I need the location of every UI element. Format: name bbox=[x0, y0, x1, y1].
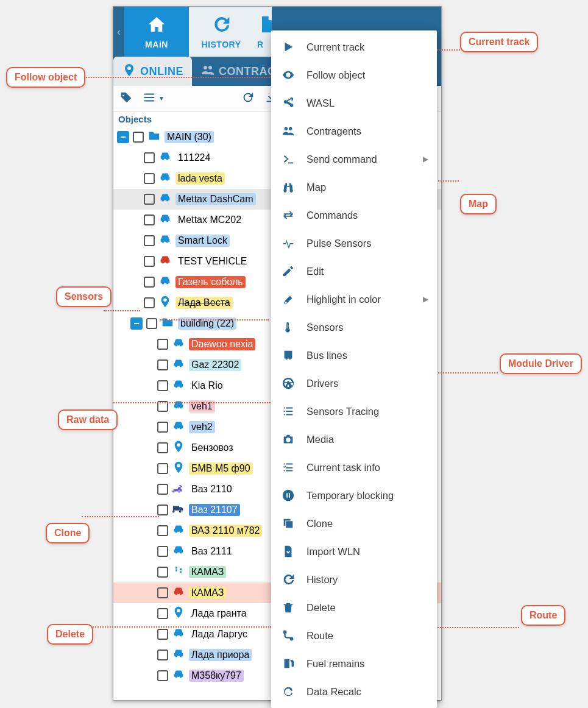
nav-tab-history[interactable]: HISTORY bbox=[189, 7, 253, 57]
ctx-item-map[interactable]: Map bbox=[271, 173, 437, 201]
ctx-item-drivers[interactable]: Drivers bbox=[271, 369, 437, 397]
vehicle-icon bbox=[172, 585, 185, 601]
ctx-item-delete[interactable]: Delete bbox=[271, 593, 437, 621]
route-icon bbox=[281, 629, 296, 642]
vehicle-icon bbox=[172, 357, 185, 373]
list-icon bbox=[281, 405, 296, 418]
callout-sensors: Sensors bbox=[56, 286, 112, 307]
ctx-item-data-recalc[interactable]: Data Recalc bbox=[271, 678, 437, 706]
checkbox[interactable] bbox=[157, 629, 168, 640]
checkbox[interactable] bbox=[157, 380, 168, 391]
checkbox[interactable] bbox=[157, 463, 168, 474]
ctx-item-history[interactable]: History bbox=[271, 565, 437, 593]
checkbox[interactable] bbox=[157, 546, 168, 557]
callout-module-driver: Module Driver bbox=[500, 353, 582, 374]
checkbox[interactable] bbox=[157, 567, 168, 578]
ctx-item-follow-object[interactable]: Follow object bbox=[271, 61, 437, 89]
ctx-item-bus-lines[interactable]: Bus lines bbox=[271, 341, 437, 369]
ctx-item-temporary-blocking[interactable]: Temporary blocking bbox=[271, 481, 437, 509]
checkbox[interactable] bbox=[157, 608, 168, 619]
checkbox[interactable] bbox=[144, 194, 155, 205]
tags-icon[interactable] bbox=[119, 91, 133, 107]
ctx-item-label: Map bbox=[306, 182, 326, 193]
ctx-item-highlight-in-color[interactable]: Highlight in color▶ bbox=[271, 285, 437, 313]
checkbox[interactable] bbox=[144, 277, 155, 288]
tree-item-label: Газель соболь bbox=[175, 276, 246, 288]
thermometer-icon bbox=[281, 320, 296, 334]
checkbox[interactable] bbox=[157, 670, 168, 681]
checkbox[interactable] bbox=[144, 297, 155, 308]
tasks-icon bbox=[281, 461, 296, 474]
vehicle-icon bbox=[172, 461, 185, 476]
ctx-item-sensors-tracing[interactable]: Sensors Tracing bbox=[271, 397, 437, 425]
back-chevron-icon[interactable]: ‹ bbox=[113, 7, 124, 57]
tree-item-label: Kia Rio bbox=[189, 380, 225, 392]
checkbox[interactable] bbox=[144, 152, 155, 163]
wheel-icon bbox=[281, 377, 296, 390]
vehicle-icon bbox=[158, 233, 172, 249]
ctx-item-import-wln[interactable]: Import WLN bbox=[271, 537, 437, 565]
ctx-item-sensors[interactable]: Sensors bbox=[271, 313, 437, 341]
checkbox[interactable] bbox=[157, 339, 168, 350]
checkbox[interactable] bbox=[144, 235, 155, 246]
checkbox[interactable] bbox=[157, 525, 168, 536]
ctx-item-send-command[interactable]: Send command▶ bbox=[271, 145, 437, 173]
checkbox[interactable] bbox=[144, 173, 155, 184]
checkbox[interactable] bbox=[157, 359, 168, 370]
ctx-item-label: Follow object bbox=[306, 69, 365, 81]
ctx-item-label: Pulse Sensors bbox=[306, 238, 371, 249]
subtab-online[interactable]: ONLINE bbox=[113, 57, 192, 86]
ctx-item-label: Temporary blocking bbox=[306, 490, 394, 501]
checkbox[interactable] bbox=[157, 422, 168, 433]
vehicle-icon bbox=[158, 150, 172, 166]
callout-follow-object: Follow object bbox=[6, 67, 85, 88]
refresh-icon[interactable] bbox=[241, 91, 255, 107]
checkbox[interactable] bbox=[157, 650, 168, 660]
ctx-item-label: Import WLN bbox=[306, 546, 360, 558]
folder-icon bbox=[147, 129, 161, 145]
ctx-item-clone[interactable]: Clone bbox=[271, 509, 437, 537]
ctx-item-label: Route bbox=[306, 630, 333, 642]
vehicle-icon bbox=[172, 336, 185, 352]
tree-item-label: Ваз 2110 bbox=[189, 483, 235, 495]
checkbox[interactable] bbox=[157, 587, 168, 598]
tree-item-label: Mettax DashCam bbox=[175, 193, 256, 205]
ctx-item-contragents[interactable]: Contragents bbox=[271, 117, 437, 145]
checkbox[interactable] bbox=[157, 442, 168, 453]
collapse-icon[interactable]: − bbox=[130, 317, 143, 330]
nav-tab-main[interactable]: MAIN bbox=[124, 7, 189, 57]
vehicle-icon bbox=[158, 274, 172, 290]
checkbox[interactable] bbox=[146, 318, 157, 329]
menu-icon[interactable] bbox=[143, 91, 156, 107]
checkbox[interactable] bbox=[157, 504, 168, 515]
checkbox[interactable] bbox=[144, 214, 155, 225]
subtab-online-label: ONLINE bbox=[140, 65, 183, 78]
tree-item-label: БМВ М5 ф90 bbox=[189, 462, 253, 475]
vehicle-icon bbox=[158, 212, 172, 228]
tree-item-label: TEST VEHICLE bbox=[175, 255, 250, 267]
tree-item-label: Gaz 22302 bbox=[189, 359, 241, 371]
ctx-item-wasl[interactable]: WASL bbox=[271, 89, 437, 117]
vehicle-icon bbox=[158, 191, 172, 207]
context-menu: Current trackFollow objectWASLContragent… bbox=[271, 30, 437, 708]
ctx-item-pulse-sensors[interactable]: Pulse Sensors bbox=[271, 229, 437, 257]
checkbox[interactable] bbox=[133, 132, 144, 143]
nav-tab-history-label: HISTORY bbox=[202, 40, 241, 49]
callout-current-track: Current track bbox=[460, 32, 538, 52]
checkbox[interactable] bbox=[157, 484, 168, 495]
ctx-item-label: Send command bbox=[306, 154, 377, 165]
tree-item-label: Лада гранта bbox=[189, 607, 249, 620]
ctx-item-commands[interactable]: Commands bbox=[271, 201, 437, 229]
eye-icon bbox=[281, 68, 296, 82]
checkbox[interactable] bbox=[144, 256, 155, 267]
collapse-icon[interactable]: − bbox=[117, 131, 129, 143]
ctx-item-current-track[interactable]: Current track bbox=[271, 33, 437, 61]
ctx-item-route[interactable]: Route bbox=[271, 621, 437, 650]
ctx-item-media[interactable]: Media bbox=[271, 425, 437, 453]
ctx-item-current-task-info[interactable]: Current task info bbox=[271, 453, 437, 481]
ctx-item-fuel-remains[interactable]: Fuel remains bbox=[271, 650, 437, 678]
ctx-item-edit[interactable]: Edit bbox=[271, 257, 437, 285]
nav-tab-reports[interactable]: R bbox=[253, 7, 272, 57]
trash-icon bbox=[281, 601, 296, 614]
clone-icon bbox=[281, 517, 296, 530]
